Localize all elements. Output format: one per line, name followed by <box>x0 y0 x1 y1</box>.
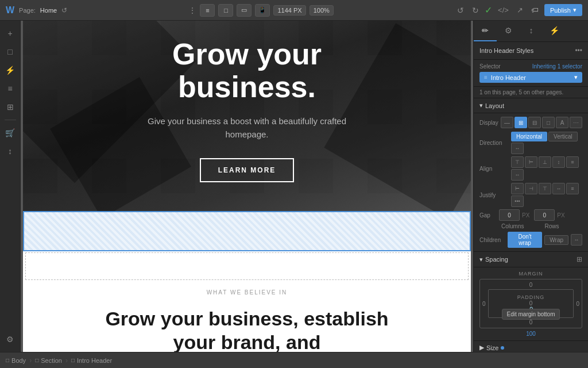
spacing-section-header[interactable]: ▾ Spacing ⊞ <box>474 252 588 267</box>
display-flex-btn[interactable]: ⊞ <box>514 117 527 128</box>
hero-title: Grow your business. <box>46 38 448 103</box>
layout-btn[interactable]: ≡ <box>200 4 215 17</box>
tab-interactions[interactable]: ↕ <box>520 21 543 41</box>
breadcrumb-sep-2: › <box>65 356 68 365</box>
breadcrumb-section[interactable]: □ Section <box>35 357 62 364</box>
panel-options-btn[interactable]: ••• <box>575 47 582 55</box>
justify-around-btn[interactable]: ≡ <box>566 183 579 194</box>
size-row[interactable]: ▶ Size <box>474 341 588 352</box>
align-baseline-btn[interactable]: ≡ <box>566 156 579 168</box>
display-none-btn[interactable]: — <box>501 117 513 128</box>
align-more-btn[interactable]: ↔ <box>511 169 524 181</box>
align-stretch-btn[interactable]: ↕ <box>552 156 565 168</box>
webflow-logo: W <box>6 5 14 16</box>
code-icon[interactable]: </> <box>496 5 511 16</box>
hero-button[interactable]: LEARN MORE <box>200 158 295 182</box>
display-block-btn[interactable]: □ <box>542 117 555 128</box>
canvas-width-display: 1144 PX <box>273 5 305 16</box>
display-label: Display <box>479 120 498 126</box>
sidebar-icon-assets[interactable]: ⊞ <box>2 99 18 115</box>
direction-more-btn[interactable]: ↔ <box>511 143 524 154</box>
margin-left-val[interactable]: 0 <box>482 289 486 318</box>
top-bar: W Page: Home ↺ ⋮ ≡ □ ▭ 📱 1144 PX 100% ↺ … <box>0 0 588 21</box>
padding-val[interactable]: 0 <box>529 300 533 306</box>
sidebar-icon-settings[interactable]: ⚙ <box>2 331 18 347</box>
ecommerce-icon[interactable]: 🏷 <box>529 5 541 16</box>
sidebar-icon-cms[interactable]: ⚡ <box>2 62 18 78</box>
gap-columns-input[interactable] <box>499 209 520 221</box>
sidebar-icon-interactions[interactable]: ↕ <box>2 143 18 159</box>
display-grid-btn[interactable]: ⊟ <box>528 117 541 128</box>
layout-section-header[interactable]: ▾ Layout <box>474 98 588 113</box>
sidebar-icon-add[interactable]: + <box>2 25 18 41</box>
selector-badge[interactable]: ≡ Intro Header ▾ <box>479 72 582 83</box>
layout-chevron: ▾ <box>479 102 483 109</box>
canvas-wrapper: Grow your business. Give your business a… <box>23 21 471 352</box>
display-row: Display — ⊞ ⊟ □ A ⋯ <box>479 117 582 128</box>
layout-controls: Display — ⊞ ⊟ □ A ⋯ Direction Horizontal… <box>474 113 588 252</box>
direction-horizontal-btn[interactable]: Horizontal <box>511 132 547 141</box>
device-btn[interactable]: 📱 <box>255 4 270 17</box>
selected-intro-header[interactable] <box>23 211 471 251</box>
redo-btn[interactable]: ↻ <box>470 5 481 16</box>
align-top-btn[interactable]: ⊤ <box>511 156 524 168</box>
hero-subtitle: Give your business a boost with a beauti… <box>138 115 356 141</box>
margin-bottom-val[interactable]: 0 <box>482 319 579 325</box>
tab-settings[interactable]: ⚙ <box>497 21 520 41</box>
display-inline-btn[interactable]: A <box>556 117 568 128</box>
gap-rows-input[interactable] <box>534 209 555 221</box>
margin-top-val[interactable]: 0 <box>482 282 579 288</box>
panel-header: Intro Header Styles ••• <box>474 42 588 60</box>
placeholder-section[interactable] <box>25 252 469 280</box>
bottom-bar: □ Body › □ Section › □ Intro Header <box>0 352 588 368</box>
wrap-none-btn[interactable]: Don't wrap <box>508 232 543 248</box>
justify-between-btn[interactable]: ↔ <box>552 183 565 194</box>
wrap-more-btn[interactable]: ↔ <box>571 234 582 246</box>
hero-section: Grow your business. Give your business a… <box>23 21 471 211</box>
size-dot <box>501 346 504 350</box>
share-icon[interactable]: ↗ <box>514 5 525 16</box>
tab-actions[interactable]: ⚡ <box>543 21 566 41</box>
spacing-section: MARGIN 0 0 PADDING 0 🔒 Edit margin botto… <box>474 267 588 341</box>
page-label: Page: <box>19 7 36 14</box>
align-btns: ⊤ ⊢ ⊥ ↕ ≡ ↔ <box>511 156 582 181</box>
justify-more-btn[interactable]: ••• <box>511 195 524 207</box>
size-text: Size <box>486 344 498 351</box>
display-more-btn[interactable]: ⋯ <box>570 117 582 128</box>
sidebar-icon-pages[interactable]: □ <box>2 44 18 60</box>
margin-right-val[interactable]: 0 <box>576 289 579 318</box>
spacing-expand-icon[interactable]: ⊞ <box>577 255 582 263</box>
display-btns: — ⊞ ⊟ □ A ⋯ <box>501 117 582 128</box>
page-refresh-icon[interactable]: ↺ <box>61 6 67 14</box>
canvas-area[interactable]: Grow your business. Give your business a… <box>21 21 473 352</box>
justify-end-btn[interactable]: ⊤ <box>539 183 551 194</box>
sidebar-icon-layers[interactable]: ≡ <box>2 80 18 97</box>
direction-row: Direction Horizontal Vertical ↔ <box>479 132 582 154</box>
breadcrumb-section-icon: □ <box>35 357 38 363</box>
sidebar-icon-ecommerce[interactable]: 🛒 <box>2 125 18 141</box>
left-sidebar: + □ ⚡ ≡ ⊞ 🛒 ↕ ⚙ <box>0 21 21 352</box>
align-middle-btn[interactable]: ⊢ <box>525 156 537 168</box>
breadcrumb-sep-1: › <box>29 356 32 365</box>
padding-inner: PADDING 0 🔒 Edit margin bottom <box>488 289 574 318</box>
gap-unit: PX <box>522 212 529 218</box>
selector-text: Selector <box>479 63 501 70</box>
wrap-btn[interactable]: Wrap <box>544 235 568 245</box>
direction-vertical-btn[interactable]: Vertical <box>548 132 578 141</box>
breadcrumb-intro-header[interactable]: □ Intro Header <box>71 357 112 364</box>
justify-start-btn[interactable]: ⊢ <box>511 183 524 194</box>
justify-label: Justify <box>479 192 511 198</box>
layout-btn-2[interactable]: □ <box>218 4 233 17</box>
breadcrumb-body[interactable]: □ Body <box>6 357 26 364</box>
section-label: WHAT WE BELIEVE IN <box>23 289 471 296</box>
children-label: Children <box>479 237 505 243</box>
gap-row: Gap PX PX <box>479 209 582 221</box>
publish-button[interactable]: Publish ▾ <box>544 4 582 16</box>
page-info: 1 on this page, 5 on other pages. <box>474 87 588 98</box>
undo-btn[interactable]: ↺ <box>455 5 466 16</box>
layout-btn-3[interactable]: ▭ <box>237 4 252 17</box>
align-bottom-btn[interactable]: ⊥ <box>539 156 551 168</box>
justify-center-btn[interactable]: ⊣ <box>525 183 537 194</box>
align-label: Align <box>479 166 511 172</box>
tab-style[interactable]: ✏ <box>474 21 497 41</box>
